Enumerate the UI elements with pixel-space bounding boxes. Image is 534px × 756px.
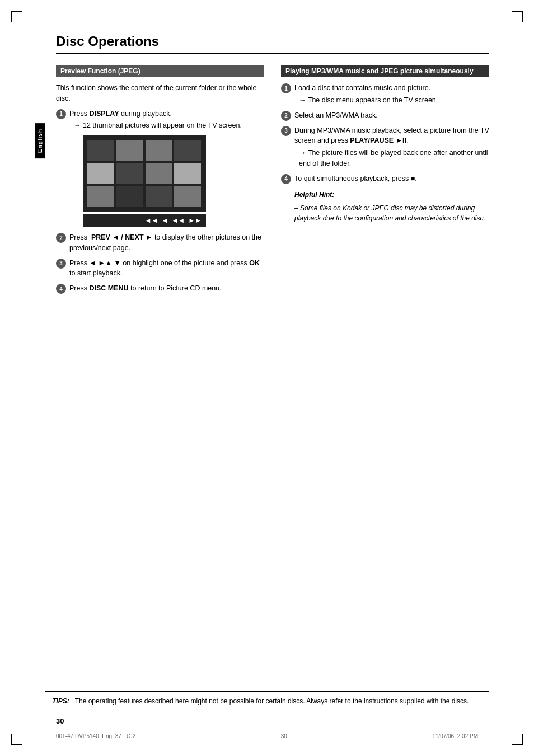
thumbnail-grid xyxy=(83,135,206,212)
right-section-header: Playing MP3/WMA music and JPEG picture s… xyxy=(281,65,489,77)
helpful-hint: Helpful Hint: – Some files on Kodak or J… xyxy=(294,191,489,223)
page-title: Disc Operations xyxy=(56,34,489,54)
left-step-4: 4 Press DISC MENU to return to Picture C… xyxy=(56,283,264,294)
footer-center: 30 xyxy=(281,733,287,739)
right-step-1-content: Load a disc that contains music and pict… xyxy=(294,83,438,106)
thumb-4 xyxy=(174,140,201,161)
page-number: 30 xyxy=(56,717,64,725)
step-number-1: 1 xyxy=(56,109,66,119)
step-number-4: 4 xyxy=(56,284,66,294)
left-section-intro: This function shows the content of the c… xyxy=(56,83,264,104)
right-step-3-arrow: The picture files will be played back on… xyxy=(299,148,489,169)
thumb-1 xyxy=(87,140,114,161)
grid-controls: ◄◄ ◄ ◄◄ ►► xyxy=(83,214,206,227)
thumb-9 xyxy=(87,186,114,207)
step-1-arrow: 12 thumbnail pictures will appear on the… xyxy=(74,120,242,131)
prev-prev-btn: ◄◄ xyxy=(145,217,158,224)
thumb-8 xyxy=(174,163,201,184)
step-2-content: Press PREV ◄ / NEXT ► to display the oth… xyxy=(69,232,264,253)
right-step-1: 1 Load a disc that contains music and pi… xyxy=(281,83,489,106)
footer-info: 001-47 DVP5140_Eng_37_RC2 30 11/07/06, 2… xyxy=(56,733,478,739)
thumb-10 xyxy=(116,186,143,207)
step-number-2: 2 xyxy=(56,233,66,243)
step-number-3: 3 xyxy=(56,259,66,269)
right-step-number-4: 4 xyxy=(281,174,291,184)
thumb-12 xyxy=(174,186,201,207)
prev-btn: ◄ xyxy=(162,217,168,224)
footer-right: 11/07/06, 2:02 PM xyxy=(432,733,478,739)
right-step-1-arrow: The disc menu appears on the TV screen. xyxy=(299,95,438,106)
right-step-number-2: 2 xyxy=(281,111,291,121)
thumb-5 xyxy=(87,163,114,184)
right-step-3: 3 During MP3/WMA music playback, select … xyxy=(281,125,489,169)
page-container: English Disc Operations Preview Function… xyxy=(0,0,534,756)
right-column: Playing MP3/WMA music and JPEG picture s… xyxy=(281,65,489,298)
language-tab: English xyxy=(35,123,45,158)
footer-line xyxy=(45,729,489,729)
right-step-number-3: 3 xyxy=(281,126,291,136)
thumb-7 xyxy=(146,163,172,184)
corner-tr xyxy=(512,11,523,22)
left-step-3: 3 Press ◄ ►▲ ▼ on highlight one of the p… xyxy=(56,258,264,279)
left-step-2: 2 Press PREV ◄ / NEXT ► to display the o… xyxy=(56,232,264,253)
tips-text: The operating features described here mi… xyxy=(75,696,469,706)
left-step-1: 1 Press DISPLAY during playback. 12 thum… xyxy=(56,109,264,132)
tips-label: TIPS: xyxy=(52,696,69,706)
hint-title: Helpful Hint: xyxy=(294,191,489,199)
left-section-header: Preview Function (JPEG) xyxy=(56,65,264,77)
left-column: Preview Function (JPEG) This function sh… xyxy=(56,65,264,298)
step-1-content: Press DISPLAY during playback. 12 thumbn… xyxy=(69,109,242,132)
corner-br xyxy=(512,734,523,745)
corner-tl xyxy=(11,11,22,22)
next-btn: ◄◄ xyxy=(171,217,185,224)
right-step-2: 2 Select an MP3/WMA track. xyxy=(281,110,489,121)
footer-left: 001-47 DVP5140_Eng_37_RC2 xyxy=(56,733,135,739)
step-4-content: Press DISC MENU to return to Picture CD … xyxy=(69,283,222,294)
thumb-11 xyxy=(146,186,172,207)
thumb-6 xyxy=(116,163,143,184)
right-step-4-content: To quit simultaneous playback, press ■. xyxy=(294,173,417,184)
hint-text: – Some files on Kodak or JPEG disc may b… xyxy=(294,203,489,223)
content-area: Preview Function (JPEG) This function sh… xyxy=(56,65,489,298)
right-step-number-1: 1 xyxy=(281,83,291,93)
thumb-3 xyxy=(146,140,172,161)
tips-box: TIPS: The operating features described h… xyxy=(45,691,489,711)
corner-bl xyxy=(11,734,22,745)
step-3-content: Press ◄ ►▲ ▼ on highlight one of the pic… xyxy=(69,258,264,279)
right-step-3-content: During MP3/WMA music playback, select a … xyxy=(294,125,489,169)
right-step-2-content: Select an MP3/WMA track. xyxy=(294,110,378,121)
right-step-4: 4 To quit simultaneous playback, press ■… xyxy=(281,173,489,184)
thumb-2 xyxy=(116,140,143,161)
next-next-btn: ►► xyxy=(188,217,202,224)
